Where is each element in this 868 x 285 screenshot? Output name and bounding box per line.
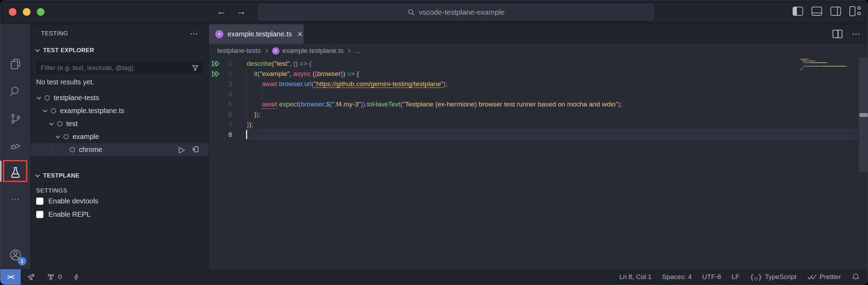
status-notifications-bell[interactable] [852,273,860,281]
command-center-text: vscode-testplane-example [419,8,504,16]
tree-item-example[interactable]: example [30,130,209,143]
code-text: it("example", async ({browser}) => { [247,69,359,79]
status-eol[interactable]: LF [732,273,739,281]
breadcrumb-more[interactable]: ... [355,47,360,55]
tab-example-testplane-ts[interactable]: example.testplane.ts × [209,24,304,44]
tab-label: example.testplane.ts [228,30,292,38]
indent-guide [262,79,263,110]
status-label: TypeScript [765,273,796,281]
line-number: 1 [222,58,232,69]
chevron-down-icon[interactable] [49,121,54,127]
chevron-down-icon [35,48,40,53]
status-label: UTF-8 [702,273,721,281]
test-filter-input[interactable] [36,64,191,72]
status-bar: >< 0 Ln 8, Col 1Spaces: 4UTF-8LF{}TypeSc… [0,269,868,285]
run-debug-icon[interactable] [0,135,30,157]
test-explorer-section-header[interactable]: TEST EXPLORER [30,43,209,58]
tree-item-chrome[interactable]: chrome▷ [30,143,209,156]
editor-more-actions-icon[interactable]: ⋯ [852,29,861,40]
code-line-5[interactable]: 5 await expect(browser.$(".f4.my-3")).to… [209,99,868,109]
test-state-icon [70,147,75,152]
code-line-4[interactable]: 4 [209,89,868,99]
code-line-6[interactable]: 6 }); [209,109,868,119]
tree-item-example-testplane-ts[interactable]: example.testplane.ts [30,104,209,117]
enable-repl-label: Enable REPL [48,210,90,218]
minimize-window-button[interactable] [23,8,30,16]
code-line-3[interactable]: 3 await browser.url("https://github.com/… [209,79,868,89]
status-encoding[interactable]: UTF-8 [702,273,721,281]
command-center-search[interactable]: vscode-testplane-example [258,4,654,20]
enable-devtools-option: Enable devtools [36,197,98,205]
tree-item-testplane-tests[interactable]: testplane-tests [30,91,209,104]
tab-close-icon[interactable]: × [297,29,303,39]
line-number: 6 [222,109,232,119]
split-editor-icon[interactable] [833,30,842,38]
breadcrumb-file[interactable]: example.testplane.ts [283,47,344,55]
telescope-icon[interactable] [27,273,36,281]
explorer-icon[interactable] [0,53,30,75]
search-view-icon[interactable] [0,80,30,103]
code-line-1[interactable]: 1describe("test", () => { [209,58,868,69]
bell-icon [852,273,860,281]
tree-item-label: testplane-tests [54,94,99,102]
filter-icon[interactable] [191,64,199,72]
run-test-icon[interactable]: ▷ [179,146,185,154]
testplane-file-icon [272,47,279,55]
status-cursor-position[interactable]: Ln 8, Col 1 [619,273,652,281]
chevron-down-icon[interactable] [42,108,48,114]
tree-item-label: example.testplane.ts [60,107,124,115]
line-number: 8 [222,130,232,140]
code-line-2[interactable]: 2 it("example", async ({browser}) => { [209,69,868,79]
accounts-badge: 1 [18,257,26,265]
testing-highlight-annotation [3,160,27,182]
zoom-window-button[interactable] [37,8,45,16]
double-check-icon [807,274,817,280]
toggle-primary-sidebar-icon[interactable] [793,7,803,16]
editor-group: example.testplane.ts × ⋯ testplane-tests… [209,24,868,270]
sidebar-more-actions-icon[interactable]: ⋯ [190,29,198,39]
accounts-icon[interactable]: 1 [0,244,30,266]
testplane-section-header[interactable]: TESTPLANE [30,169,209,182]
code-editor[interactable]: 1describe("test", () => {2 it("example",… [209,58,868,270]
code-text: describe("test", () => { [247,58,312,69]
navigate-forward-button[interactable]: → [236,5,246,17]
code-line-7[interactable]: 7}); [209,119,868,130]
customize-layout-icon[interactable] [849,6,861,16]
test-state-icon [57,121,62,126]
code-text: await browser.url("https://github.com/ge… [247,79,447,89]
window-controls [9,8,45,16]
status-label: LF [732,273,739,281]
tree-item-label: test [66,120,77,128]
breadcrumb-folder[interactable]: testplane-tests [217,47,261,55]
text-cursor [246,130,247,139]
test-state-icon [63,134,69,139]
enable-devtools-checkbox[interactable] [36,197,43,205]
ports-status[interactable]: 0 [46,272,62,281]
enable-repl-checkbox[interactable] [36,211,43,218]
status-formatter[interactable]: Prettier [807,273,841,281]
chevron-down-icon[interactable] [36,95,42,101]
status-indentation[interactable]: Spaces: 4 [662,273,692,281]
chevron-right-icon [347,48,352,53]
toggle-panel-icon[interactable] [812,7,822,16]
more-views-icon[interactable]: ⋯ [0,188,30,210]
test-state-icon [51,108,56,113]
enable-devtools-label: Enable devtools [48,197,98,205]
close-window-button[interactable] [9,8,16,16]
navigate-back-button[interactable]: ← [216,5,227,17]
settings-group-label: SETTINGS [36,187,67,194]
breadcrumb: testplane-tests example.testplane.ts ... [209,44,868,58]
chevron-down-icon[interactable] [55,134,61,140]
tree-item-test[interactable]: test [30,117,209,130]
source-control-icon[interactable] [0,107,30,130]
remote-indicator[interactable]: >< [0,269,21,285]
status-language-mode[interactable]: {}TypeScript [750,273,796,281]
no-results-message: No test results yet. [36,78,94,86]
toggle-secondary-sidebar-icon[interactable] [830,7,841,16]
go-to-file-icon[interactable] [191,146,199,154]
code-line-8[interactable]: 8 [209,130,868,140]
testplane-file-icon [215,30,223,38]
chevron-right-icon [264,48,269,53]
lightning-icon[interactable] [73,273,81,281]
active-view-indicator [0,161,1,182]
